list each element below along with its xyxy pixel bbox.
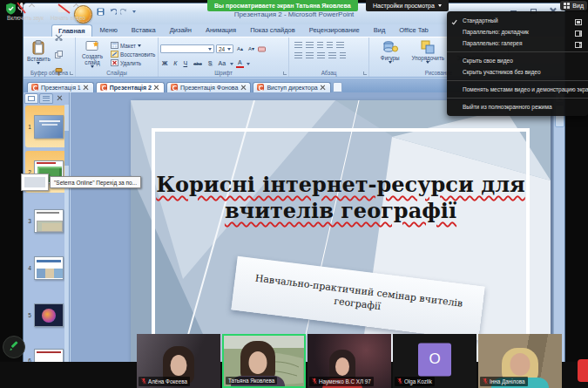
zoom-meeting-screen: Презентация 2 - Microsoft PowerPoint Гла… bbox=[0, 0, 588, 388]
bullets-icon[interactable] bbox=[294, 42, 302, 49]
participant-tile[interactable]: O Olga Kozlik bbox=[393, 334, 476, 388]
tab-review[interactable]: Рецензирование bbox=[303, 24, 366, 37]
layout-button[interactable]: Макет bbox=[111, 42, 155, 49]
doc-tab-4[interactable]: Виступ директора bbox=[253, 82, 330, 92]
video-options-chevron-icon[interactable] bbox=[73, 3, 79, 10]
view-button[interactable]: Вид bbox=[560, 1, 587, 10]
grow-font-button[interactable]: А▴ bbox=[235, 44, 245, 53]
case-caret-icon bbox=[230, 63, 233, 65]
tab-view[interactable]: Вид bbox=[368, 24, 392, 37]
strikethrough-button[interactable]: abc bbox=[192, 59, 204, 68]
font-size-value: 24 bbox=[219, 46, 225, 52]
close-panel-icon[interactable] bbox=[57, 95, 62, 100]
slide-thumbnail-6[interactable]: 6 bbox=[25, 339, 67, 362]
decrease-indent-icon[interactable] bbox=[317, 42, 323, 49]
menu-separator bbox=[447, 51, 588, 52]
close-tab-icon[interactable] bbox=[240, 85, 246, 90]
annotate-button[interactable] bbox=[3, 336, 25, 358]
menu-item-standard[interactable]: Стандартный bbox=[447, 15, 588, 26]
new-document-tab-button[interactable] bbox=[333, 82, 342, 92]
slide-thumbnail-4[interactable]: 4 bbox=[25, 247, 67, 289]
tab-slideshow[interactable]: Показ слайдов bbox=[244, 24, 301, 37]
tab-insert[interactable]: Вставка bbox=[125, 24, 162, 37]
clipboard-dialog-launcher-icon[interactable] bbox=[70, 71, 73, 75]
paste-button[interactable]: Вставить bbox=[25, 39, 52, 69]
line-spacing-icon[interactable] bbox=[336, 42, 344, 49]
font-size-select[interactable]: 24 bbox=[216, 44, 233, 53]
mic-muted-icon bbox=[141, 378, 146, 385]
tab-office-tab[interactable]: Office Tab bbox=[393, 24, 435, 37]
new-slide-button[interactable]: Создать слайд bbox=[78, 39, 107, 69]
participant-tile[interactable]: Науменко В.С ХЛ 97 bbox=[308, 334, 391, 388]
menu-item-side-by-side-speaker[interactable]: Параллельно: докладчик bbox=[447, 26, 588, 37]
start-video-control[interactable]: Начать видео bbox=[51, 2, 85, 21]
outline-view-tab[interactable] bbox=[39, 93, 53, 104]
view-settings-button[interactable]: Настройки просмотра bbox=[366, 0, 449, 11]
powerpoint-file-icon bbox=[31, 84, 38, 91]
menu-item-side-by-side-gallery[interactable]: Параллельно: галерея bbox=[447, 37, 588, 49]
clear-formatting-icon[interactable] bbox=[258, 41, 266, 57]
align-left-icon[interactable] bbox=[294, 52, 302, 59]
bold-button[interactable]: Ж bbox=[160, 59, 169, 68]
participant-tile[interactable]: Алёна Фокеева bbox=[137, 334, 220, 388]
mic-options-chevron-icon[interactable] bbox=[29, 3, 35, 10]
powerpoint-file-icon bbox=[100, 84, 107, 91]
participant-tile[interactable]: Інна Данілова bbox=[478, 334, 562, 388]
close-tab-icon[interactable] bbox=[321, 85, 326, 90]
participant-name-label: Науменко В.С ХЛ 97 bbox=[309, 377, 374, 386]
justify-icon[interactable] bbox=[328, 52, 336, 59]
arrange-button[interactable]: Упорядочить bbox=[410, 39, 446, 69]
tab-design[interactable]: Дизайн bbox=[164, 24, 198, 37]
menu-item-hide-non-video[interactable]: Скрыть участников без видео bbox=[447, 66, 588, 78]
doc-tab-3[interactable]: Презентація Фонова bbox=[166, 82, 251, 92]
slide-thumbnail-1[interactable]: 1 bbox=[25, 106, 67, 147]
menu-item-hide-my-video[interactable]: Скрыть свое видео bbox=[447, 55, 588, 66]
italic-button[interactable]: К bbox=[172, 59, 179, 68]
align-center-icon[interactable] bbox=[306, 52, 314, 59]
increase-indent-icon[interactable] bbox=[327, 42, 333, 49]
font-color-button[interactable]: А bbox=[236, 59, 244, 68]
partial-red-button[interactable] bbox=[578, 359, 588, 382]
align-right-icon[interactable] bbox=[317, 52, 325, 59]
doc-tab-2[interactable]: Презентація 2 bbox=[96, 82, 165, 92]
slide-thumbnail-3[interactable]: 3 bbox=[25, 200, 67, 242]
delete-slide-button[interactable]: Удалить bbox=[111, 59, 155, 66]
arrange-icon bbox=[421, 40, 435, 55]
paste-icon bbox=[32, 40, 45, 56]
slide-canvas[interactable]: Корисні інтернет-ресурси для вчителів ге… bbox=[131, 100, 551, 362]
screen-share-banner: Вы просматриваете экран Татьяна Яковлева bbox=[207, 0, 358, 11]
layout-caret-icon bbox=[138, 44, 141, 47]
doc-tab-1[interactable]: Презентація 1 bbox=[27, 82, 94, 92]
close-tab-icon[interactable] bbox=[154, 85, 159, 90]
slide-thumbnail-5[interactable]: 5 bbox=[25, 294, 67, 336]
arrange-caret-icon bbox=[426, 61, 429, 64]
reset-button[interactable]: Восстановить bbox=[111, 51, 155, 58]
font-name-select[interactable] bbox=[160, 44, 214, 53]
font-dialog-launcher-icon[interactable] bbox=[283, 71, 287, 75]
security-shield-icon[interactable] bbox=[5, 3, 17, 18]
paragraph-dialog-launcher-icon[interactable] bbox=[363, 71, 367, 75]
view-options-menu: Стандартный Параллельно: докладчик Парал… bbox=[447, 11, 588, 116]
columns-icon[interactable] bbox=[340, 52, 346, 59]
slides-view-tab[interactable] bbox=[24, 93, 38, 104]
slide-thumbnail-panel: 1 2 3 4 5 6 bbox=[24, 92, 70, 362]
numbering-icon[interactable] bbox=[306, 42, 314, 49]
side-by-side-gallery-icon bbox=[575, 40, 582, 51]
change-case-button[interactable]: Aa bbox=[217, 59, 228, 68]
participant-tile-active-speaker[interactable]: Татьяна Яковлева bbox=[222, 334, 306, 388]
text-shadow-button[interactable]: S bbox=[206, 59, 214, 68]
slide-title-text[interactable]: Корисні інтернет-ресурси для вчителів ге… bbox=[152, 172, 530, 224]
underline-button[interactable]: Ч bbox=[181, 59, 189, 68]
menu-item-exit-fullscreen[interactable]: Выйти из полноэкранного режима bbox=[447, 101, 588, 112]
thumbnail-scrollbar[interactable] bbox=[64, 105, 69, 362]
close-tab-icon[interactable] bbox=[84, 85, 89, 90]
vertical-scrollbar[interactable] bbox=[553, 92, 564, 362]
shapes-button[interactable]: Фигуры bbox=[379, 39, 402, 69]
tab-animation[interactable]: Анимация bbox=[199, 24, 242, 37]
shrink-font-button[interactable]: А▾ bbox=[247, 44, 256, 53]
menu-item-swap-video-share[interactable]: Поменять местами видео и демонстрацию эк… bbox=[447, 84, 588, 95]
cut-icon[interactable] bbox=[55, 29, 63, 44]
tab-menu[interactable]: Меню bbox=[94, 24, 124, 37]
copy-icon[interactable] bbox=[55, 46, 63, 62]
participant-name-label: Алёна Фокеева bbox=[139, 377, 190, 386]
